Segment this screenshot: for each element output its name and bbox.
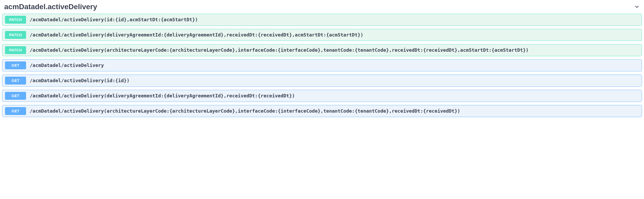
tag-header[interactable]: acmDatadel.activeDelivery <box>2 1 642 14</box>
method-badge: GET <box>5 107 26 115</box>
operation-row[interactable]: PATCH/acmDatadel/activeDelivery(architec… <box>2 44 642 56</box>
operation-row[interactable]: PATCH/acmDatadel/activeDelivery(id:{id},… <box>2 14 642 26</box>
operation-list: PATCH/acmDatadel/activeDelivery(id:{id},… <box>2 14 642 117</box>
operation-row[interactable]: GET/acmDatadel/activeDelivery <box>2 59 642 71</box>
operation-path: /acmDatadel/activeDelivery(architectureL… <box>30 108 639 114</box>
operation-row[interactable]: GET/acmDatadel/activeDelivery(architectu… <box>2 105 642 117</box>
operation-path: /acmDatadel/activeDelivery(deliveryAgree… <box>30 93 639 99</box>
operation-path: /acmDatadel/activeDelivery <box>30 62 639 69</box>
tag-title: acmDatadel.activeDelivery <box>4 3 97 11</box>
operation-row[interactable]: PATCH/acmDatadel/activeDelivery(delivery… <box>2 29 642 41</box>
operation-row[interactable]: GET/acmDatadel/activeDelivery(deliveryAg… <box>2 90 642 102</box>
operation-path: /acmDatadel/activeDelivery(architectureL… <box>30 47 639 53</box>
method-badge: PATCH <box>5 16 26 24</box>
method-badge: PATCH <box>5 46 26 54</box>
operation-path: /acmDatadel/activeDelivery(id:{id}) <box>30 77 639 84</box>
chevron-down-icon <box>634 4 640 10</box>
method-badge: GET <box>5 77 26 85</box>
operation-row[interactable]: GET/acmDatadel/activeDelivery(id:{id}) <box>2 75 642 87</box>
operation-path: /acmDatadel/activeDelivery(deliveryAgree… <box>30 32 639 38</box>
method-badge: GET <box>5 92 26 100</box>
method-badge: PATCH <box>5 31 26 39</box>
method-badge: GET <box>5 61 26 69</box>
operation-path: /acmDatadel/activeDelivery(id:{id},acmSt… <box>30 17 639 23</box>
